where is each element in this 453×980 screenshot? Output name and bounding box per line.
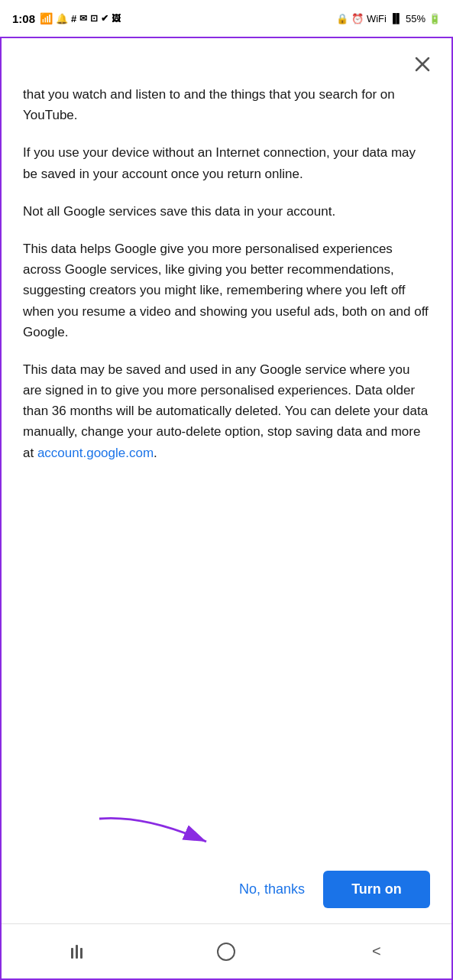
no-thanks-button[interactable]: No, thanks	[233, 872, 311, 907]
image-icon: 🖼	[112, 13, 121, 24]
signal-bars-icon: ▐▌	[390, 13, 403, 24]
time-display: 1:08	[12, 12, 35, 25]
content-area: that you watch and listen to and the thi…	[2, 84, 451, 819]
bottom-buttons-area: No, thanks Turn on	[2, 865, 451, 923]
hashtag-icon: #	[71, 13, 76, 24]
paragraph-2: If you use your device without an Intern…	[23, 142, 430, 183]
wifi-icon: 📶	[40, 12, 53, 24]
lock-icon: 🔒	[336, 13, 348, 24]
alarm-icon: ⏰	[351, 13, 364, 24]
dialog-card: that you watch and listen to and the thi…	[0, 37, 453, 980]
recents-button[interactable]	[58, 933, 95, 970]
purple-arrow	[84, 811, 267, 865]
paragraph-5: This data may be saved and used in any G…	[23, 359, 430, 463]
back-arrow-icon: <	[372, 943, 381, 960]
close-btn-container	[2, 38, 451, 84]
battery-label: 55%	[406, 13, 425, 24]
account-google-link[interactable]: account.google.com	[37, 446, 154, 460]
signal-icons: 📶 🔔 # ✉ ⊡ ✔ 🖼	[40, 12, 121, 24]
paragraph-3: Not all Google services save this data i…	[23, 201, 430, 222]
status-time: 1:08 📶 🔔 # ✉ ⊡ ✔ 🖼	[12, 12, 121, 25]
notification-icon: 🔔	[56, 13, 68, 24]
back-button[interactable]: <	[358, 933, 395, 970]
close-button[interactable]	[406, 47, 439, 81]
instagram-icon: ⊡	[90, 13, 98, 24]
paragraph-4: This data helps Google give you more per…	[23, 239, 430, 342]
wifi-signal-icon: WiFi	[367, 13, 387, 24]
check-icon: ✔	[101, 13, 108, 24]
paragraph-1: that you watch and listen to and the thi…	[23, 84, 430, 125]
turn-on-button[interactable]: Turn on	[323, 871, 430, 908]
battery-icon: 🔋	[429, 13, 441, 24]
arrow-annotation	[23, 819, 430, 865]
whatsapp-icon: ✉	[79, 13, 87, 24]
paragraph-5-part2: .	[154, 446, 157, 460]
recents-icon	[71, 945, 83, 959]
status-right-icons: 🔒 ⏰ WiFi ▐▌ 55% 🔋	[336, 13, 441, 24]
status-bar: 1:08 📶 🔔 # ✉ ⊡ ✔ 🖼 🔒 ⏰ WiFi ▐▌ 55% 🔋	[0, 0, 453, 37]
navigation-bar: <	[2, 923, 451, 978]
home-icon	[217, 943, 235, 961]
home-button[interactable]	[208, 933, 244, 970]
